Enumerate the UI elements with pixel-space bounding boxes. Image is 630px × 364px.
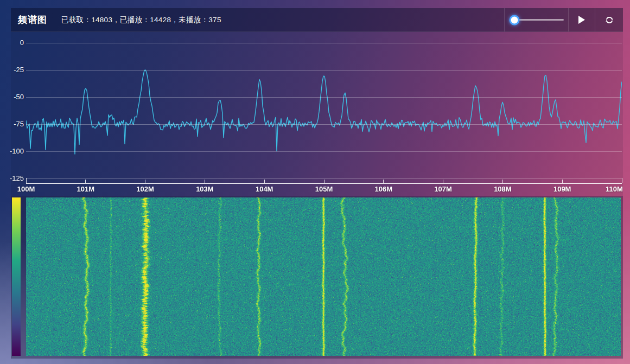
refresh-icon xyxy=(604,15,614,25)
gridline xyxy=(26,124,622,125)
x-axis-tick xyxy=(562,180,563,183)
x-axis-label: 102M xyxy=(132,185,159,193)
y-axis-label: -75 xyxy=(8,119,24,129)
gridline xyxy=(26,178,622,179)
header-bar: 频谱图 已获取：14803，已播放：14428，未播放：375 xyxy=(11,8,623,32)
gridline xyxy=(26,70,622,71)
x-axis-tick xyxy=(264,180,265,183)
spectrum-analyzer-app: 频谱图 已获取：14803，已播放：14428，未播放：375 xyxy=(0,0,630,364)
y-axis-label: -25 xyxy=(8,65,24,75)
x-axis-tick xyxy=(26,178,27,183)
x-axis-label: 100M xyxy=(12,185,40,193)
play-icon xyxy=(578,15,586,24)
y-axis-label: -125 xyxy=(8,174,24,183)
x-axis-line xyxy=(26,183,622,184)
x-axis-label: 101M xyxy=(72,185,99,193)
x-axis-label: 103M xyxy=(191,185,218,193)
gridline xyxy=(26,151,622,152)
x-axis-tick xyxy=(145,180,145,183)
x-axis-tick xyxy=(205,180,205,183)
x-axis-label: 109M xyxy=(549,185,576,193)
waterfall-canvas xyxy=(26,197,621,356)
x-axis-tick xyxy=(85,180,86,183)
waterfall-section xyxy=(11,196,623,359)
colorbar-viridis xyxy=(12,197,21,356)
gridline xyxy=(26,43,622,43)
x-axis-label: 106M xyxy=(370,185,397,193)
x-axis-label: 108M xyxy=(489,185,516,193)
x-axis-tick xyxy=(383,180,384,183)
spectrum-chart-section: 0-25-50-75-100-125100M101M102M103M104M10… xyxy=(11,32,623,196)
y-axis-label: -100 xyxy=(8,146,24,156)
x-axis-label: 110M xyxy=(601,185,628,193)
x-axis-label: 104M xyxy=(251,185,278,193)
x-axis-tick xyxy=(622,178,622,183)
x-axis-tick xyxy=(502,180,503,183)
y-axis-label: -50 xyxy=(8,92,24,102)
spectrum-line-canvas xyxy=(26,36,622,184)
slider-track[interactable] xyxy=(510,19,564,21)
x-axis-tick xyxy=(443,180,443,183)
refresh-button[interactable] xyxy=(595,8,623,31)
gridline xyxy=(26,97,622,98)
play-button[interactable] xyxy=(568,8,595,31)
x-axis-tick xyxy=(324,180,324,183)
x-axis-label: 107M xyxy=(430,185,457,193)
x-axis-label: 105M xyxy=(310,185,338,193)
main-panel: 频谱图 已获取：14803，已播放：14428，未播放：375 xyxy=(11,8,623,359)
playback-slider[interactable] xyxy=(504,8,568,31)
playback-stats: 已获取：14803，已播放：14428，未播放：375 xyxy=(61,15,221,25)
slider-thumb[interactable] xyxy=(509,15,519,25)
page-title: 频谱图 xyxy=(18,14,47,26)
y-axis-label: 0 xyxy=(8,38,24,48)
